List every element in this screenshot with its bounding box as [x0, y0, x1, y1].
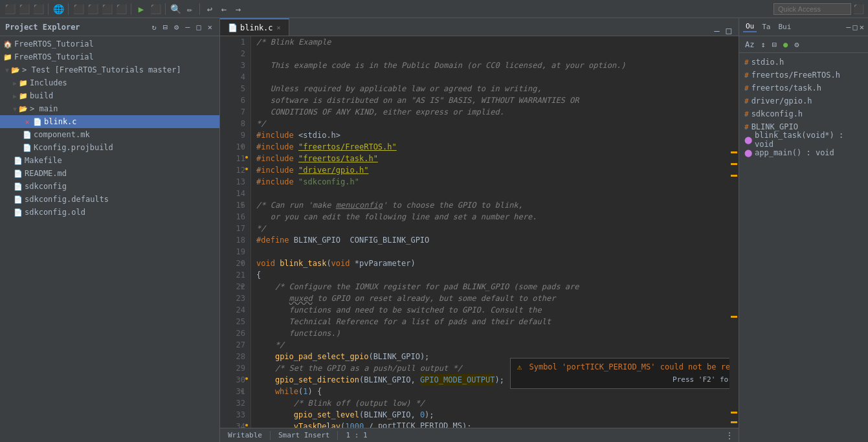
- panel-sync-btn[interactable]: ↻: [150, 23, 159, 32]
- ln-31-fold[interactable]: ▼: [240, 386, 244, 397]
- ln-15-fold[interactable]: ▼: [240, 199, 244, 211]
- root-icon: 🏠: [3, 39, 13, 49]
- toolbar-icon-build[interactable]: ⬛: [100, 3, 113, 16]
- outline-maximize-btn[interactable]: □: [853, 23, 858, 32]
- tree-item-readme[interactable]: 📄 README.md: [0, 167, 219, 180]
- toolbar-sep-2: [68, 3, 69, 15]
- panel-close-btn[interactable]: ✕: [206, 23, 214, 32]
- tree-item-build[interactable]: ▶ 📁 build: [0, 89, 219, 102]
- code-line-12: #include "driver/gpio.h": [256, 164, 729, 176]
- code-line-3: This example code is in the Public Domai…: [256, 60, 729, 71]
- toolbar-icon-debug[interactable]: ⬛: [86, 3, 99, 16]
- status-more-btn[interactable]: ⋮: [726, 431, 733, 440]
- ln-22-fold[interactable]: ▼: [240, 281, 244, 293]
- code-pp-12: #include: [256, 164, 298, 176]
- tree-item-sdkconfig-defaults[interactable]: 📄 sdkconfig.defaults: [0, 193, 219, 206]
- outline-item-blink-task[interactable]: ⬤ blink_task(void*) : void: [739, 133, 868, 146]
- toolbar-icon-edit[interactable]: ✏: [183, 3, 196, 16]
- panel-collapse-btn[interactable]: ⊟: [161, 23, 170, 32]
- code-inc-13: "sdkconfig.h": [298, 176, 359, 188]
- outline-tool-green[interactable]: ●: [781, 39, 790, 50]
- blink-c-file-icon: 📄: [32, 116, 43, 127]
- toolbar-icon-web[interactable]: 🌐: [52, 3, 65, 16]
- main-layout: Project Explorer ↻ ⊟ ⚙ — □ ✕ 🏠 FreeRTOS_…: [0, 18, 868, 442]
- code-inc-9: <stdio.h>: [298, 129, 340, 141]
- ln-10-fold[interactable]: ▼: [240, 141, 244, 153]
- editor-minimize-btn[interactable]: —: [712, 25, 721, 36]
- outline-icon-freertos-h: #: [744, 71, 749, 80]
- outline-tool-sort[interactable]: ↕: [759, 39, 767, 50]
- outline-tool-settings[interactable]: ⚙: [792, 39, 801, 50]
- toolbar-icon-forward[interactable]: →: [232, 3, 245, 16]
- ln-1: 1: [225, 36, 245, 48]
- code-line-24: functions and need to be switched to GPI…: [256, 304, 729, 316]
- tree-item-freertos[interactable]: 📁 FreeRTOS_Tutorial: [0, 50, 219, 63]
- ln-23: 23: [225, 293, 245, 304]
- toolbar-icon-back[interactable]: ←: [217, 3, 230, 16]
- code-line-26: functions.): [256, 327, 729, 339]
- quick-access-input[interactable]: [773, 3, 851, 15]
- toolbar-icon-stop[interactable]: ⬛: [149, 3, 162, 16]
- code-line-2: [256, 48, 729, 60]
- tree-item-kconfig[interactable]: 📄 Kconfig.projbuild: [0, 141, 219, 154]
- gutter-mark-4: [731, 316, 737, 318]
- tree-item-includes[interactable]: ▶ 📁 Includes: [0, 76, 219, 89]
- tree-item-sdkconfig-old[interactable]: 📄 sdkconfig.old: [0, 206, 219, 219]
- outline-tool-az[interactable]: Az: [743, 39, 756, 50]
- ln-24: 24: [225, 304, 245, 316]
- toolbar-sep-4: [165, 3, 166, 15]
- outline-item-gpio-h[interactable]: # driver/gpio.h: [739, 94, 868, 107]
- outline-item-task-h[interactable]: # freertos/task.h: [739, 82, 868, 94]
- outline-item-stdio[interactable]: # stdio.h: [739, 56, 868, 69]
- toolbar-icon-undo[interactable]: ↩: [203, 3, 216, 16]
- outline-label-stdio: stdio.h: [751, 58, 785, 67]
- sdkconfig-icon: 📄: [13, 181, 23, 192]
- tab-blink-c[interactable]: 📄 blink.c ✕: [220, 18, 289, 36]
- toolbar-icon-open[interactable]: ⬛: [17, 3, 30, 16]
- toolbar-icon-layout[interactable]: ⬛: [852, 3, 865, 16]
- toolbar-icon-run[interactable]: ⬛: [72, 3, 85, 16]
- toolbar-icon-search[interactable]: 🔍: [169, 3, 182, 16]
- outline-tab-ou[interactable]: Ou: [743, 21, 757, 32]
- panel-minimize-btn[interactable]: —: [183, 23, 192, 32]
- code-line-1: /* Blink Example: [256, 36, 729, 48]
- outline-tab-ta[interactable]: Ta: [759, 22, 773, 32]
- main-expand-icon: ▼: [13, 105, 17, 113]
- toolbar-icon-save[interactable]: ⬛: [32, 3, 45, 16]
- tree-item-blink-c[interactable]: ✕ 📄 blink.c: [0, 115, 219, 128]
- outline-item-sdkconfig-h[interactable]: # sdkconfig.h: [739, 107, 868, 120]
- editor-maximize-btn[interactable]: □: [724, 25, 733, 36]
- outline-tool-filter[interactable]: ⊟: [770, 39, 779, 50]
- code-text-30a: gpio_set_direction(BLINK_GPIO,: [256, 374, 420, 386]
- tree-item-component-mk[interactable]: 📄 component.mk: [0, 128, 219, 141]
- outline-tab-bui[interactable]: Bui: [776, 22, 794, 32]
- panel-maximize-btn[interactable]: □: [195, 23, 203, 32]
- ln-6: 6: [225, 94, 245, 106]
- code-text-30b: GPIO_MODE_OUTPUT: [420, 374, 495, 386]
- ln-28: 28: [225, 351, 245, 362]
- code-content[interactable]: /* Blink Example This example code is in…: [251, 36, 729, 428]
- toolbar-icon-flash[interactable]: ⬛: [115, 3, 128, 16]
- tree-item-root[interactable]: 🏠 FreeRTOS_Tutorial: [0, 38, 219, 50]
- tree-item-main[interactable]: ▼ 📂 > main: [0, 102, 219, 115]
- tree-item-test[interactable]: ▼ 📂 > Test [FreeRTOS_Tutorials master]: [0, 63, 219, 76]
- tree-build-label: build: [28, 91, 53, 100]
- tab-close-btn[interactable]: ✕: [277, 24, 281, 31]
- toolbar-icon-new[interactable]: ⬛: [3, 3, 16, 16]
- tooltip-message: Symbol 'portTICK_PERIOD_MS' could not be…: [529, 362, 729, 371]
- outline-close-btn[interactable]: ✕: [860, 23, 864, 32]
- code-text-29: /* Set the GPIO as a push/pull output */: [256, 362, 462, 374]
- toolbar-icon-play[interactable]: ▶: [135, 3, 148, 16]
- outline-item-freertos-h[interactable]: # freertos/FreeRTOS.h: [739, 69, 868, 82]
- code-kw-31: while: [256, 386, 298, 397]
- code-line-14: [256, 188, 729, 199]
- ln-4: 4: [225, 71, 245, 83]
- panel-settings-btn[interactable]: ⚙: [172, 23, 181, 32]
- tree-item-makefile[interactable]: 📄 Makefile: [0, 154, 219, 167]
- tree-item-sdkconfig[interactable]: 📄 sdkconfig: [0, 180, 219, 193]
- outline-minimize-btn[interactable]: —: [846, 23, 851, 32]
- readme-icon: 📄: [13, 168, 23, 179]
- code-line-32: /* Blink off (output low) */: [256, 397, 729, 409]
- ln-20-fold[interactable]: ▼: [240, 258, 244, 269]
- build-folder-icon: 📁: [18, 91, 28, 101]
